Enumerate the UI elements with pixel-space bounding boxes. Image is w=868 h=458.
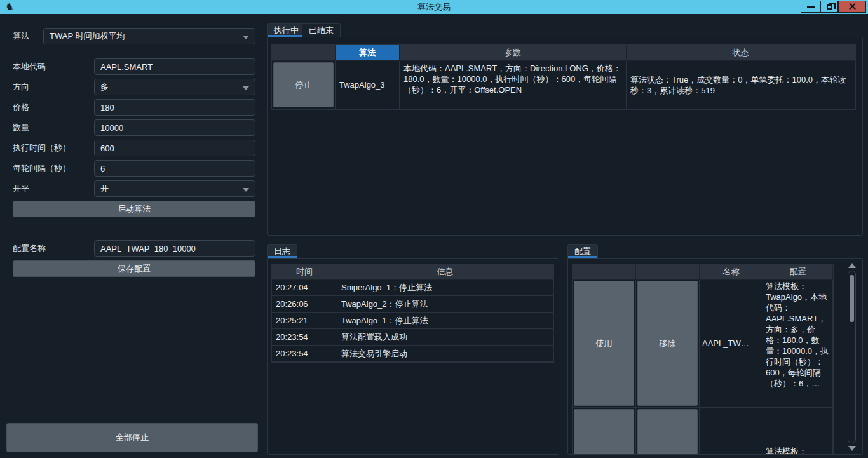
direction-value: 多 xyxy=(100,81,109,93)
use-config-button[interactable]: 使用 xyxy=(574,281,634,406)
running-algos-panel: 算法 参数 状态 停止 TwapAlgo_3 本地代码：AAPL.SMART，方… xyxy=(267,37,863,236)
config-table: 名称 配置 使用 移除 AAPL_TW… 算法模板：TwapAlgo，本地代码：… xyxy=(572,264,834,455)
tab-log[interactable]: 日志 xyxy=(267,244,297,259)
price-input[interactable]: 180 xyxy=(94,99,255,116)
offset-label: 开平 xyxy=(13,180,29,197)
scrollbar-thumb[interactable] xyxy=(850,275,854,322)
header-name[interactable]: 名称 xyxy=(700,265,763,280)
start-algo-button[interactable]: 启动算法 xyxy=(13,201,255,217)
remove-config-button-2[interactable] xyxy=(637,409,698,455)
cell-algo[interactable]: TwapAlgo_3 xyxy=(336,61,400,109)
direction-select[interactable]: 多 xyxy=(94,79,255,95)
algo-trading-window: ♞ 算法交易 算法 TWAP 时间加权平均 本地代码 AAPL.SMART 方向… xyxy=(0,0,868,458)
close-icon xyxy=(849,3,856,10)
symbol-input[interactable]: AAPL.SMART xyxy=(94,58,255,75)
config-detail-partial: 算法模板： xyxy=(763,408,832,455)
cell-remove: 移除 xyxy=(636,280,700,408)
window-controls xyxy=(801,1,866,13)
volume-input[interactable]: 10000 xyxy=(94,119,255,136)
log-row-time[interactable]: 20:23:54 xyxy=(272,329,337,346)
use-config-button-2[interactable] xyxy=(574,409,634,455)
exec-time-value: 600 xyxy=(100,144,114,153)
algo-label: 算法 xyxy=(13,28,29,44)
log-row-info[interactable]: TwapAlgo_2：停止算法 xyxy=(337,296,553,313)
title-bar[interactable]: ♞ 算法交易 xyxy=(0,0,868,14)
window-title: 算法交易 xyxy=(0,0,868,14)
header-time[interactable]: 时间 xyxy=(272,265,337,280)
header-config[interactable]: 配置 xyxy=(763,265,833,280)
interval-value: 6 xyxy=(100,164,105,173)
cell-config-name-2[interactable] xyxy=(700,408,763,455)
config-panel: 名称 配置 使用 移除 AAPL_TW… 算法模板：TwapAlgo，本地代码：… xyxy=(567,258,863,455)
minimize-button[interactable] xyxy=(801,1,820,13)
cell-action: 停止 xyxy=(272,61,336,109)
log-row-info[interactable]: 算法配置载入成功 xyxy=(337,329,553,346)
config-detail: 算法模板：TwapAlgo，本地代码：AAPL.SMART，方向：多，价格：18… xyxy=(763,280,832,390)
price-label: 价格 xyxy=(13,99,29,116)
config-scrollbar[interactable] xyxy=(848,262,856,452)
algo-template-value: TWAP 时间加权平均 xyxy=(50,30,125,42)
header-action xyxy=(272,45,336,61)
config-name-input[interactable]: AAPL_TWAP_180_10000 xyxy=(94,240,255,257)
log-row-info[interactable]: TwapAlgo_1：停止算法 xyxy=(337,313,553,329)
interval-input[interactable]: 6 xyxy=(94,160,255,177)
symbol-label: 本地代码 xyxy=(13,58,46,75)
scrollbar-track[interactable] xyxy=(848,271,856,443)
tab-finished[interactable]: 已结束 xyxy=(302,23,341,37)
config-name-label: 配置名称 xyxy=(13,240,46,257)
price-value: 180 xyxy=(100,103,114,112)
log-row-info[interactable]: 算法交易引擎启动 xyxy=(337,346,553,362)
volume-label: 数量 xyxy=(13,119,29,136)
header-remove xyxy=(636,265,700,280)
cell-config-detail-2[interactable]: 算法模板： xyxy=(763,408,833,455)
minimize-icon xyxy=(807,6,815,8)
header-info[interactable]: 信息 xyxy=(337,265,553,280)
close-button[interactable] xyxy=(838,1,866,13)
symbol-value: AAPL.SMART xyxy=(100,62,153,72)
exec-time-input[interactable]: 600 xyxy=(94,140,255,156)
cell-use: 使用 xyxy=(573,280,636,408)
tab-config[interactable]: 配置 xyxy=(567,244,598,259)
config-name: AAPL_TW… xyxy=(700,336,752,351)
restore-icon xyxy=(827,4,832,10)
tab-running[interactable]: 执行中 xyxy=(267,23,306,37)
log-row-time[interactable]: 20:23:54 xyxy=(272,346,337,362)
log-panel: 时间 信息 20:27:04 SniperAlgo_1：停止算法 20:26:0… xyxy=(267,258,559,455)
cell-config-name[interactable]: AAPL_TW… xyxy=(700,280,763,408)
header-params[interactable]: 参数 xyxy=(400,45,627,61)
log-row-time[interactable]: 20:27:04 xyxy=(272,280,337,296)
log-row-time[interactable]: 20:25:21 xyxy=(272,313,337,329)
cell-use-2 xyxy=(573,408,636,455)
running-algos-table: 算法 参数 状态 停止 TwapAlgo_3 本地代码：AAPL.SMART，方… xyxy=(271,44,856,110)
save-config-button[interactable]: 保存配置 xyxy=(13,260,255,277)
header-status[interactable]: 状态 xyxy=(627,45,855,61)
exec-time-label: 执行时间（秒） xyxy=(13,140,71,156)
algo-template-select[interactable]: TWAP 时间加权平均 xyxy=(43,28,255,44)
algo-params: 本地代码：AAPL.SMART，方向：Direction.LONG，价格：180… xyxy=(400,61,626,97)
config-name-value: AAPL_TWAP_180_10000 xyxy=(100,244,196,253)
stop-algo-button[interactable]: 停止 xyxy=(273,62,334,107)
scroll-up-icon[interactable] xyxy=(848,263,856,268)
offset-value: 开 xyxy=(100,183,109,194)
direction-label: 方向 xyxy=(13,79,29,95)
offset-select[interactable]: 开 xyxy=(94,180,255,197)
interval-label: 每轮间隔（秒） xyxy=(13,160,71,177)
stop-all-button[interactable]: 全部停止 xyxy=(6,423,258,452)
remove-config-button[interactable]: 移除 xyxy=(637,281,698,406)
cell-config-detail[interactable]: 算法模板：TwapAlgo，本地代码：AAPL.SMART，方向：多，价格：18… xyxy=(763,280,833,408)
header-algo[interactable]: 算法 xyxy=(336,45,400,61)
log-row-time[interactable]: 20:26:06 xyxy=(272,296,337,313)
algo-name: TwapAlgo_3 xyxy=(336,77,389,92)
volume-value: 10000 xyxy=(100,123,123,133)
cell-remove-2 xyxy=(636,408,700,455)
algo-status: 算法状态：True，成交数量：0，单笔委托：100.0，本轮读秒：3，累计读秒：… xyxy=(627,72,855,98)
restore-button[interactable] xyxy=(820,1,838,13)
cell-status[interactable]: 算法状态：True，成交数量：0，单笔委托：100.0，本轮读秒：3，累计读秒：… xyxy=(627,61,855,109)
scroll-down-icon[interactable] xyxy=(848,446,856,451)
log-row-info[interactable]: SniperAlgo_1：停止算法 xyxy=(337,280,553,296)
cell-params[interactable]: 本地代码：AAPL.SMART，方向：Direction.LONG，价格：180… xyxy=(400,61,627,109)
header-use xyxy=(573,265,636,280)
log-table: 时间 信息 20:27:04 SniperAlgo_1：停止算法 20:26:0… xyxy=(271,264,554,363)
